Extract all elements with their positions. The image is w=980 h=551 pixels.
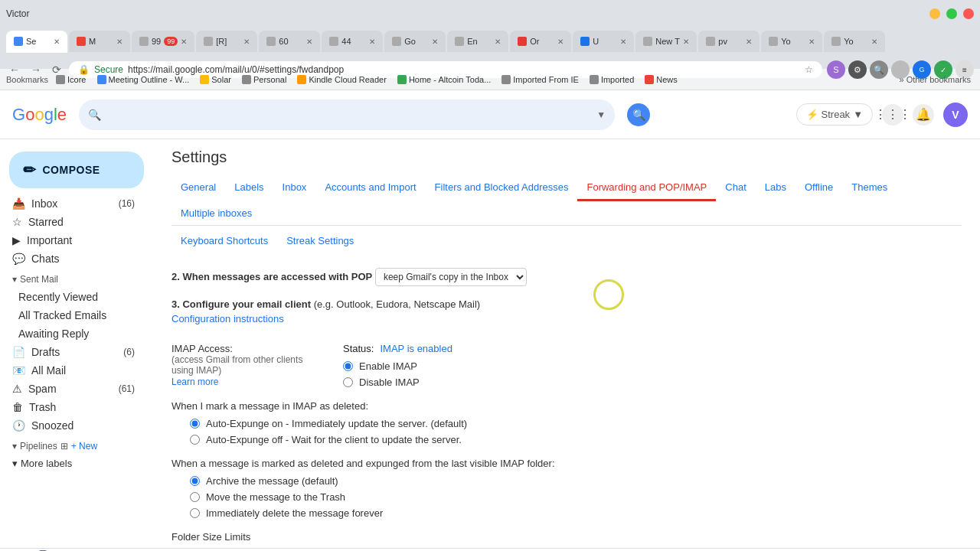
tab-themes[interactable]: Themes	[842, 175, 897, 201]
pipelines-expand-icon[interactable]: ▾	[12, 441, 17, 452]
tab-close-m-icon[interactable]: ✕	[116, 37, 122, 46]
tab-close-new-t-icon[interactable]: ✕	[683, 37, 689, 46]
tab-close-44-icon[interactable]: ✕	[369, 37, 375, 46]
move-trash-radio[interactable]: Move the message to the Trash	[190, 491, 962, 503]
delete-forever-input[interactable]	[190, 508, 200, 518]
tab-close-pv-icon[interactable]: ✕	[746, 37, 752, 46]
tab-accounts-import[interactable]: Accounts and Import	[315, 175, 425, 201]
tab-99[interactable]: 99 99 ✕	[132, 31, 194, 52]
tab-close-u-icon[interactable]: ✕	[620, 37, 626, 46]
tab-close-yo1-icon[interactable]: ✕	[808, 37, 815, 46]
tab-multiple-inboxes[interactable]: Multiple inboxes	[172, 201, 261, 225]
tab-close-r-icon[interactable]: ✕	[243, 37, 250, 46]
tab-labs[interactable]: Labs	[756, 175, 795, 201]
avatar[interactable]: V	[943, 103, 968, 127]
bookmark-other[interactable]: » Other bookmarks	[897, 73, 975, 86]
tab-m[interactable]: M ✕	[69, 31, 130, 52]
tab-inbox[interactable]: Inbox	[273, 175, 316, 201]
tab-close-yo2-icon[interactable]: ✕	[871, 37, 877, 46]
disable-imap-input[interactable]	[343, 377, 353, 387]
more-labels[interactable]: ▾ More labels	[0, 455, 153, 472]
extensions-icon[interactable]: S	[827, 60, 845, 79]
tab-yo1[interactable]: Yo ✕	[761, 31, 822, 52]
tab-44[interactable]: 44 ✕	[322, 31, 383, 52]
bookmark-star-icon[interactable]: ☆	[805, 64, 813, 75]
delete-forever-radio[interactable]: Immediately delete the message forever	[190, 507, 962, 519]
maximize-button[interactable]	[946, 8, 957, 19]
sidebar-item-all-mail[interactable]: 📧 All Mail	[0, 361, 144, 380]
sidebar-item-awaiting-reply[interactable]: Awaiting Reply	[6, 324, 144, 343]
tab-en[interactable]: En ✕	[447, 31, 508, 52]
sidebar-item-inbox[interactable]: 📥 Inbox (16)	[0, 194, 144, 213]
tab-general[interactable]: General	[172, 175, 225, 201]
tab-or[interactable]: Or ✕	[510, 31, 571, 52]
bookmark-personal[interactable]: Personal	[239, 73, 289, 86]
action-btn-3[interactable]: 🔍	[870, 60, 888, 79]
sent-mail-header[interactable]: ▾ Sent Mail	[0, 268, 153, 288]
tab-yo2[interactable]: Yo ✕	[824, 31, 885, 52]
sidebar-item-drafts[interactable]: 📄 Drafts (6)	[0, 343, 144, 361]
tab-close-60-icon[interactable]: ✕	[306, 37, 312, 46]
auto-expunge-on-radio[interactable]: Auto-Expunge on - Immediately update the…	[190, 418, 962, 429]
bookmark-solar[interactable]: Solar	[197, 73, 234, 86]
tab-filters[interactable]: Filters and Blocked Addresses	[426, 175, 578, 201]
archive-message-input[interactable]	[190, 476, 200, 486]
tab-pv[interactable]: pv ✕	[698, 31, 760, 52]
bookmark-icore[interactable]: Icore	[53, 73, 89, 86]
tab-close-99-icon[interactable]: ✕	[181, 37, 187, 46]
disable-imap-radio[interactable]: Disable IMAP	[343, 377, 962, 388]
tab-close-go-icon[interactable]: ✕	[432, 37, 438, 46]
auto-expunge-off-input[interactable]	[190, 435, 200, 445]
close-button[interactable]	[963, 8, 974, 19]
tab-keyboard-shortcuts[interactable]: Keyboard Shortcuts	[172, 229, 277, 253]
sidebar-item-chats[interactable]: 💬 Chats	[0, 249, 144, 268]
auto-expunge-off-radio[interactable]: Auto-Expunge off - Wait for the client t…	[190, 434, 962, 445]
sidebar-item-all-tracked[interactable]: All Tracked Emails	[6, 306, 144, 324]
sidebar-item-spam[interactable]: ⚠ Spam (61)	[0, 380, 144, 398]
tab-60[interactable]: 60 ✕	[259, 31, 320, 52]
tab-go[interactable]: Go ✕	[384, 31, 446, 52]
pop-step2-dropdown[interactable]: keep Gmail's copy in the Inbox	[375, 268, 527, 286]
bookmark-solar-icon	[200, 75, 209, 84]
tab-streak-settings[interactable]: Streak Settings	[277, 229, 363, 253]
sidebar-item-snoozed[interactable]: 🕐 Snoozed	[0, 416, 144, 435]
tab-new-t[interactable]: New T ✕	[635, 31, 697, 52]
enable-imap-radio[interactable]: Enable IMAP	[343, 360, 962, 372]
bookmark-meeting[interactable]: Meeting Outline - W...	[94, 73, 193, 86]
bookmark-imported-ie[interactable]: Imported From IE	[498, 73, 582, 86]
bookmark-imported[interactable]: Imported	[586, 73, 637, 86]
sidebar-item-starred[interactable]: ☆ Starred	[0, 213, 144, 231]
bookmark-altcoin[interactable]: Home - Altcoin Toda...	[394, 73, 494, 86]
sidebar-item-important[interactable]: ▶ Important	[0, 231, 144, 249]
sidebar-item-recently-viewed[interactable]: Recently Viewed	[6, 288, 144, 306]
archive-message-radio[interactable]: Archive the message (default)	[190, 475, 962, 487]
tab-r[interactable]: [R] ✕	[196, 31, 257, 52]
search-input[interactable]	[107, 109, 590, 121]
notifications-icon[interactable]: 🔔	[913, 104, 934, 126]
auto-expunge-on-input[interactable]	[190, 419, 200, 429]
compose-button[interactable]: ✏ COMPOSE	[9, 152, 144, 188]
tab-labels[interactable]: Labels	[225, 175, 273, 201]
tab-close-en-icon[interactable]: ✕	[495, 37, 501, 46]
config-instructions-link[interactable]: Configuration instructions	[172, 313, 962, 324]
tab-forwarding-pop[interactable]: Forwarding and POP/IMAP	[577, 175, 716, 201]
streak-button[interactable]: ⚡ Streak ▼	[796, 103, 873, 126]
pipelines-new-label[interactable]: + New	[71, 441, 97, 452]
enable-imap-input[interactable]	[343, 361, 353, 371]
bookmark-kindle[interactable]: Kindle Cloud Reader	[294, 73, 390, 86]
move-trash-input[interactable]	[190, 492, 200, 502]
sidebar-item-trash[interactable]: 🗑 Trash	[0, 398, 144, 416]
tab-close-icon[interactable]: ✕	[54, 37, 60, 46]
action-btn-2[interactable]: ⚙	[848, 60, 867, 79]
search-button[interactable]: 🔍	[627, 103, 650, 126]
apps-icon[interactable]: ⋮⋮⋮	[882, 104, 903, 126]
search-dropdown-icon[interactable]: ▼	[596, 109, 606, 120]
tab-chat[interactable]: Chat	[716, 175, 755, 201]
minimize-button[interactable]	[929, 8, 940, 19]
bookmark-news[interactable]: News	[642, 73, 681, 86]
imap-learn-more-link[interactable]: Learn more	[172, 377, 218, 387]
tab-close-or-icon[interactable]: ✕	[557, 37, 564, 46]
tab-u[interactable]: U ✕	[573, 31, 634, 52]
tab-offline[interactable]: Offline	[795, 175, 842, 201]
tab-active[interactable]: Se ✕	[6, 31, 67, 52]
